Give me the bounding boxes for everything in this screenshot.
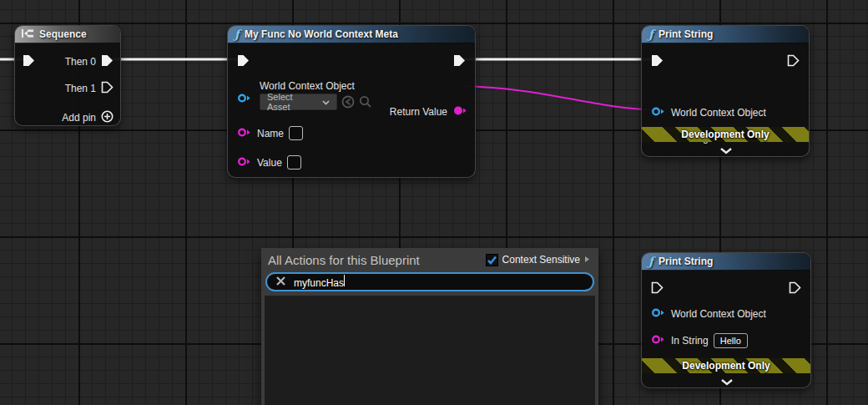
collapse-chevron-icon[interactable] — [720, 377, 734, 388]
name-label: Name — [257, 128, 284, 139]
then0-label: Then 0 — [65, 56, 96, 68]
context-sensitive-label: Context Sensitive — [502, 254, 580, 266]
exec-in-pin[interactable] — [237, 54, 250, 69]
search-text: myfuncHas — [294, 277, 344, 289]
development-only-banner: Development Only — [642, 358, 810, 373]
value-input[interactable] — [287, 155, 301, 170]
exec-out-pin[interactable] — [787, 54, 800, 69]
then1-exec-out-pin[interactable] — [101, 81, 114, 96]
use-selected-asset-button[interactable] — [341, 95, 355, 111]
world-context-object-pin[interactable] — [651, 106, 666, 119]
value-pin[interactable] — [237, 156, 252, 170]
node-print-string-top[interactable]: ƒ Print String World Context Object — [641, 25, 810, 157]
world-context-object-label: World Context Object — [260, 80, 355, 92]
add-pin-label: Add pin — [62, 112, 96, 124]
node-title: Print String — [659, 28, 713, 40]
exec-in-pin[interactable] — [23, 54, 35, 69]
world-context-object-pin[interactable] — [651, 307, 666, 321]
blueprint-graph-canvas[interactable]: Sequence Then 0 Then 1 Add pin — [0, 0, 868, 405]
node-title: Print String — [659, 256, 713, 267]
clear-search-icon[interactable] — [275, 276, 286, 289]
function-icon: ƒ — [235, 28, 240, 40]
exec-out-pin[interactable] — [789, 281, 801, 296]
in-string-label: In String — [671, 335, 709, 347]
world-context-object-pin[interactable] — [237, 93, 252, 106]
node-title: Sequence — [39, 28, 87, 40]
in-string-pin[interactable] — [651, 334, 666, 347]
browse-asset-search-icon[interactable] — [359, 95, 372, 111]
search-input[interactable]: myfuncHas — [265, 272, 594, 291]
exec-in-pin[interactable] — [651, 54, 664, 69]
node-sequence[interactable]: Sequence Then 0 Then 1 Add pin — [14, 25, 121, 126]
printstring-node-header[interactable]: ƒ Print String — [642, 26, 809, 43]
action-menu-title: All Actions for this Blueprint — [268, 253, 420, 267]
action-results-list[interactable] — [265, 296, 595, 405]
world-context-object-label: World Context Object — [671, 107, 766, 119]
node-title: My Func No World Context Meta — [245, 28, 398, 40]
printstring-node-header[interactable]: ƒ Print String — [642, 253, 810, 271]
function-icon: ƒ — [648, 256, 654, 267]
string-wire-returnvalue-to-instring[interactable] — [461, 86, 656, 110]
collapse-chevron-icon[interactable] — [719, 145, 733, 157]
exec-out-pin[interactable] — [453, 54, 466, 69]
then0-exec-out-pin[interactable] — [101, 54, 114, 69]
value-label: Value — [257, 157, 282, 169]
function-icon: ƒ — [648, 28, 654, 40]
chevron-down-icon — [322, 97, 330, 107]
development-only-banner: Development Only — [642, 127, 809, 142]
select-asset-dropdown[interactable]: Select Asset — [260, 94, 337, 110]
sequence-icon — [22, 28, 34, 41]
select-asset-label: Select Asset — [267, 92, 316, 112]
return-value-pin[interactable] — [452, 105, 467, 119]
sequence-node-header[interactable]: Sequence — [15, 26, 120, 43]
blueprint-action-menu: All Actions for this Blueprint Context S… — [261, 248, 598, 405]
add-pin-button[interactable]: Add pin — [62, 110, 114, 125]
in-string-input[interactable]: Hello — [714, 333, 748, 348]
context-sensitive-checkbox[interactable] — [486, 254, 498, 266]
add-pin-plus-icon — [101, 110, 114, 125]
myfunc-node-header[interactable]: ƒ My Func No World Context Meta — [228, 26, 475, 43]
world-context-object-label: World Context Object — [671, 308, 766, 320]
name-pin[interactable] — [237, 127, 252, 140]
node-my-func-no-world-context-meta[interactable]: ƒ My Func No World Context Meta World Co… — [227, 25, 476, 178]
return-value-label: Return Value — [390, 106, 447, 118]
node-print-string-bottom[interactable]: ƒ Print String World Context Object — [641, 252, 811, 388]
name-input[interactable] — [289, 126, 303, 140]
then1-label: Then 1 — [65, 83, 96, 94]
text-caret — [344, 275, 345, 286]
exec-in-pin[interactable] — [651, 281, 664, 296]
submenu-arrow-icon[interactable] — [584, 254, 590, 266]
